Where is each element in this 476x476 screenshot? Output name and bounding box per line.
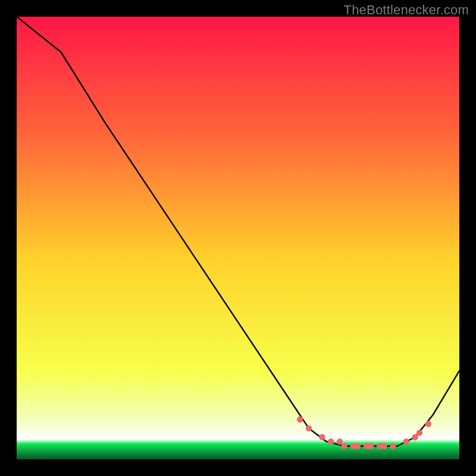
- data-marker: [337, 439, 343, 444]
- chart-svg: [17, 17, 459, 459]
- data-marker: [355, 443, 361, 449]
- data-marker: [412, 434, 418, 440]
- data-marker: [319, 434, 325, 440]
- data-marker: [403, 439, 409, 444]
- data-marker: [297, 416, 303, 422]
- svg-rect-0: [17, 17, 459, 459]
- chart-plot-area: [17, 17, 459, 459]
- data-marker: [306, 425, 312, 431]
- data-marker: [328, 439, 334, 444]
- data-marker: [341, 443, 347, 449]
- attribution-text: TheBottlenecker.com: [344, 2, 469, 18]
- data-marker: [390, 443, 396, 449]
- data-marker: [381, 443, 387, 449]
- data-marker: [416, 430, 422, 436]
- data-marker: [425, 421, 431, 427]
- data-marker: [368, 443, 374, 449]
